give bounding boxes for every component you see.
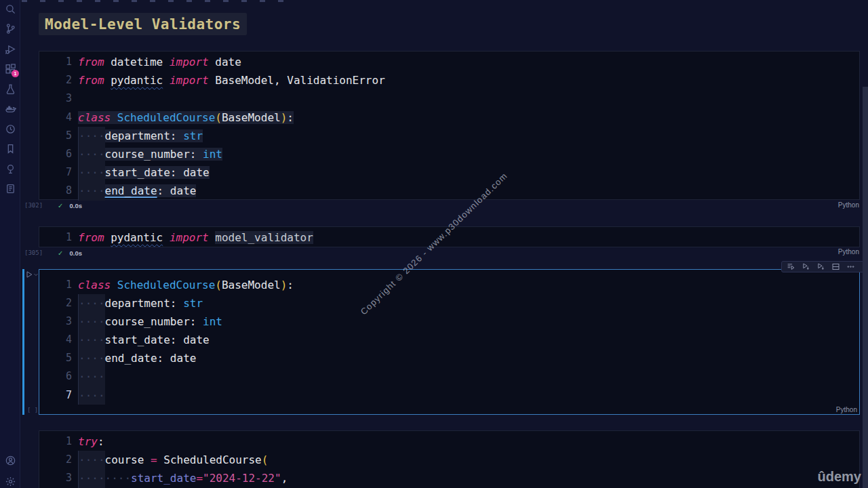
- code-line[interactable]: 1from datetime import date: [39, 53, 859, 71]
- code-token: [104, 74, 111, 87]
- activity-bar-item-search[interactable]: [0, 3, 20, 15]
- cell-2-language-label[interactable]: Python: [838, 248, 859, 256]
- activity-bar-item-testing[interactable]: [0, 83, 20, 95]
- code-content: ········start_date="2024-12-22",: [78, 469, 288, 487]
- code-line[interactable]: 1try:: [39, 432, 859, 451]
- code-line[interactable]: 5····department: str: [39, 127, 859, 145]
- code-token: (: [215, 111, 222, 124]
- run-cell-button[interactable]: [25, 270, 40, 279]
- execute-below-icon[interactable]: [816, 262, 825, 271]
- success-check-icon: ✓: [58, 202, 63, 209]
- testing-flask-icon: [5, 83, 16, 95]
- more-actions-icon[interactable]: [846, 262, 855, 271]
- line-number: 4: [39, 331, 78, 349]
- code-cell-1-editor[interactable]: 1from datetime import date2from pydantic…: [39, 51, 860, 200]
- code-token: end_date: [105, 184, 157, 197]
- bookmark-icon: [5, 143, 16, 155]
- code-line[interactable]: 2····course = ScheduledCourse(: [39, 451, 859, 469]
- code-token: ····: [78, 312, 105, 331]
- scrollbar-thumb[interactable]: [863, 87, 868, 488]
- code-content: class ScheduledCourse(BaseModel):: [78, 108, 294, 127]
- cell-3-language-label[interactable]: Python: [836, 406, 857, 413]
- code-content: ····course_number: int: [78, 312, 222, 331]
- code-token: model_validator: [215, 231, 313, 244]
- execution-time: 0.0s: [69, 249, 82, 257]
- cell-1-language-label[interactable]: Python: [838, 201, 859, 209]
- line-number: 1: [39, 432, 78, 451]
- code-line[interactable]: 3····course_number: int: [39, 312, 859, 331]
- code-cell-3-editor[interactable]: 1class ScheduledCourse(BaseModel):2····d…: [39, 269, 860, 415]
- code-token: str: [183, 297, 203, 310]
- markdown-cell-heading[interactable]: Model-Level Validators: [39, 13, 247, 35]
- activity-bar-item-history[interactable]: [0, 123, 20, 135]
- activity-bar-item-extensions[interactable]: 1: [0, 63, 20, 75]
- code-line[interactable]: 8····end_date: date: [39, 182, 859, 200]
- code-line[interactable]: 2····department: str: [39, 294, 859, 312]
- code-line[interactable]: 7····: [39, 386, 859, 405]
- code-token: department:: [105, 129, 184, 142]
- activity-bar-item-notebook[interactable]: [0, 183, 20, 195]
- code-token: datetime: [104, 56, 170, 68]
- code-line[interactable]: 6····: [39, 367, 859, 386]
- line-number: 3: [39, 89, 78, 108]
- split-cell-icon[interactable]: [831, 262, 840, 271]
- code-line[interactable]: 7····start_date: date: [39, 163, 859, 182]
- line-number: 7: [39, 386, 78, 405]
- scrollbar: [863, 0, 868, 488]
- execute-above-icon[interactable]: [787, 262, 795, 271]
- code-token: ): [281, 111, 288, 124]
- code-token: str: [183, 129, 203, 142]
- activity-bar-item-bookmarks[interactable]: [0, 143, 20, 155]
- notebook-window: 1: [0, 0, 868, 488]
- settings-gear-icon: [5, 476, 16, 487]
- code-line[interactable]: 4····start_date: date: [39, 331, 859, 349]
- code-token: (: [215, 279, 222, 291]
- code-token: ····: [78, 294, 105, 312]
- code-line[interactable]: 6····course_number: int: [39, 145, 859, 163]
- execute-cell-and-below-icon[interactable]: [802, 262, 810, 271]
- code-line[interactable]: 3: [39, 89, 859, 108]
- notebook-toolbar-sliver: [22, 0, 290, 2]
- execution-count: [302]: [24, 202, 43, 209]
- activity-bar-item-run-debug[interactable]: [0, 43, 20, 55]
- code-token: start_date: date: [105, 333, 210, 346]
- activity-bar-item-settings[interactable]: [0, 475, 20, 487]
- code-token: ····: [78, 386, 105, 405]
- code-token: :: [287, 279, 294, 291]
- code-token: class: [78, 111, 111, 124]
- code-cell-4-editor[interactable]: 1try:2····course = ScheduledCourse(3····…: [39, 430, 860, 488]
- code-line[interactable]: 1class ScheduledCourse(BaseModel):: [39, 276, 859, 294]
- code-token: [209, 231, 216, 244]
- code-line[interactable]: 3········start_date="2024-12-22",: [39, 469, 859, 487]
- code-token: =: [196, 472, 203, 485]
- activity-bar: 1: [0, 0, 20, 488]
- code-content: ····course_number: int: [78, 145, 222, 163]
- code-token: course_number:: [105, 315, 203, 328]
- activity-bar-item-account[interactable]: [0, 454, 20, 466]
- code-content: from pydantic import model_validator: [78, 228, 313, 247]
- line-number: 1: [39, 53, 78, 71]
- code-line[interactable]: 4class ScheduledCourse(BaseModel):: [39, 108, 859, 127]
- code-token: :: [287, 111, 294, 124]
- selected-cell-indicator-bar: [22, 269, 24, 415]
- activity-bar-item-docker[interactable]: [0, 103, 20, 115]
- activity-bar-item-todo-tree[interactable]: [0, 163, 20, 175]
- line-number: 7: [39, 163, 78, 182]
- line-number: 2: [39, 294, 78, 312]
- code-line[interactable]: 2from pydantic import BaseModel, Validat…: [39, 71, 859, 89]
- code-token: class: [78, 279, 111, 291]
- code-content: ····: [78, 386, 105, 405]
- run-icon: [25, 270, 33, 279]
- code-token: from: [78, 74, 104, 87]
- line-number: 2: [39, 71, 78, 89]
- line-number: 4: [39, 108, 78, 127]
- code-token: ····: [78, 331, 105, 349]
- code-token: department:: [105, 297, 184, 310]
- activity-bar-item-source-control[interactable]: [0, 23, 20, 35]
- code-token: [111, 111, 117, 124]
- code-token: "2024-12-22": [203, 472, 281, 485]
- code-token: from: [78, 231, 104, 244]
- code-content: ····start_date: date: [78, 163, 210, 182]
- code-line[interactable]: 5····end_date: date: [39, 349, 859, 367]
- line-number: 5: [39, 127, 78, 145]
